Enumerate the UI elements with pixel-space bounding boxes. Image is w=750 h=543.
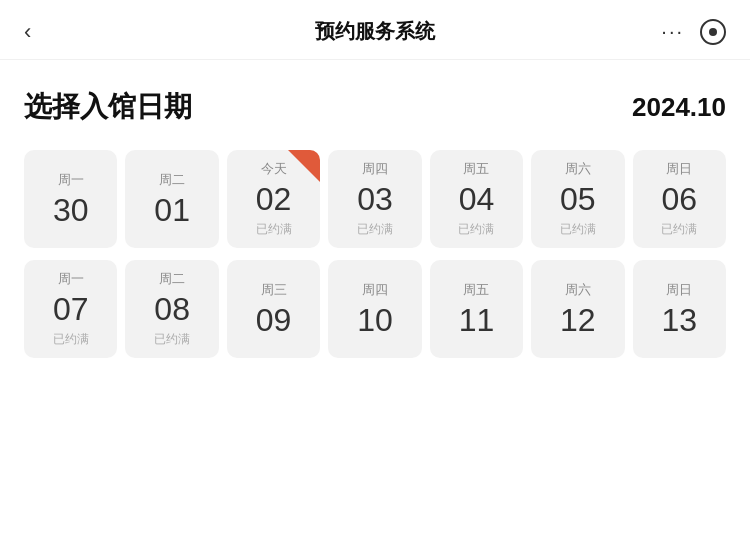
- more-options-button[interactable]: ···: [661, 20, 684, 43]
- header: ‹ 预约服务系统 ···: [0, 0, 750, 60]
- day-card-02[interactable]: 今天02已约满: [227, 150, 320, 248]
- day-card-10[interactable]: 周四10: [328, 260, 421, 358]
- week-row-1: 周一07已约满周二08已约满周三09周四10周五11周六12周日13: [24, 260, 726, 358]
- day-card-12[interactable]: 周六12: [531, 260, 624, 358]
- weekday-label: 周一: [58, 171, 84, 189]
- calendar: 周一30周二01今天02已约满周四03已约满周五04已约满周六05已约满周日06…: [24, 150, 726, 358]
- today-ribbon: [288, 150, 320, 182]
- section-title: 选择入馆日期: [24, 88, 192, 126]
- year-month: 2024.10: [632, 92, 726, 123]
- weekday-label: 周四: [362, 160, 388, 178]
- weekday-label: 周四: [362, 281, 388, 299]
- day-number: 13: [661, 303, 697, 338]
- weekday-label: 周日: [666, 281, 692, 299]
- day-card-04[interactable]: 周五04已约满: [430, 150, 523, 248]
- weekday-label: 周二: [159, 270, 185, 288]
- day-number: 04: [459, 182, 495, 217]
- day-status: 已约满: [661, 221, 697, 238]
- weekday-label: 今天: [261, 160, 287, 178]
- day-number: 05: [560, 182, 596, 217]
- content: 选择入馆日期 2024.10 周一30周二01今天02已约满周四03已约满周五0…: [0, 60, 750, 394]
- weekday-label: 周日: [666, 160, 692, 178]
- header-title: 预约服务系统: [104, 18, 646, 45]
- weekday-label: 周六: [565, 281, 591, 299]
- day-card-01[interactable]: 周二01: [125, 150, 218, 248]
- day-status: 已约满: [560, 221, 596, 238]
- weekday-label: 周三: [261, 281, 287, 299]
- weekday-label: 周五: [463, 160, 489, 178]
- section-header: 选择入馆日期 2024.10: [24, 88, 726, 126]
- weekday-label: 周一: [58, 270, 84, 288]
- day-number: 30: [53, 193, 89, 228]
- day-status: 已约满: [53, 331, 89, 348]
- day-number: 12: [560, 303, 596, 338]
- day-card-13[interactable]: 周日13: [633, 260, 726, 358]
- header-right: ···: [646, 19, 726, 45]
- day-card-09[interactable]: 周三09: [227, 260, 320, 358]
- day-status: 已约满: [357, 221, 393, 238]
- week-row-0: 周一30周二01今天02已约满周四03已约满周五04已约满周六05已约满周日06…: [24, 150, 726, 248]
- day-card-07[interactable]: 周一07已约满: [24, 260, 117, 358]
- day-card-03[interactable]: 周四03已约满: [328, 150, 421, 248]
- day-card-06[interactable]: 周日06已约满: [633, 150, 726, 248]
- weekday-label: 周五: [463, 281, 489, 299]
- day-card-11[interactable]: 周五11: [430, 260, 523, 358]
- day-number: 10: [357, 303, 393, 338]
- scan-button[interactable]: [700, 19, 726, 45]
- day-card-08[interactable]: 周二08已约满: [125, 260, 218, 358]
- day-status: 已约满: [458, 221, 494, 238]
- day-number: 02: [256, 182, 292, 217]
- day-status: 已约满: [154, 331, 190, 348]
- day-status: 已约满: [256, 221, 292, 238]
- day-number: 09: [256, 303, 292, 338]
- header-left: ‹: [24, 19, 104, 45]
- day-number: 07: [53, 292, 89, 327]
- day-number: 01: [154, 193, 190, 228]
- day-number: 06: [661, 182, 697, 217]
- day-card-30[interactable]: 周一30: [24, 150, 117, 248]
- day-number: 03: [357, 182, 393, 217]
- weekday-label: 周二: [159, 171, 185, 189]
- back-button[interactable]: ‹: [24, 19, 31, 45]
- weekday-label: 周六: [565, 160, 591, 178]
- day-number: 11: [459, 303, 495, 338]
- day-card-05[interactable]: 周六05已约满: [531, 150, 624, 248]
- day-number: 08: [154, 292, 190, 327]
